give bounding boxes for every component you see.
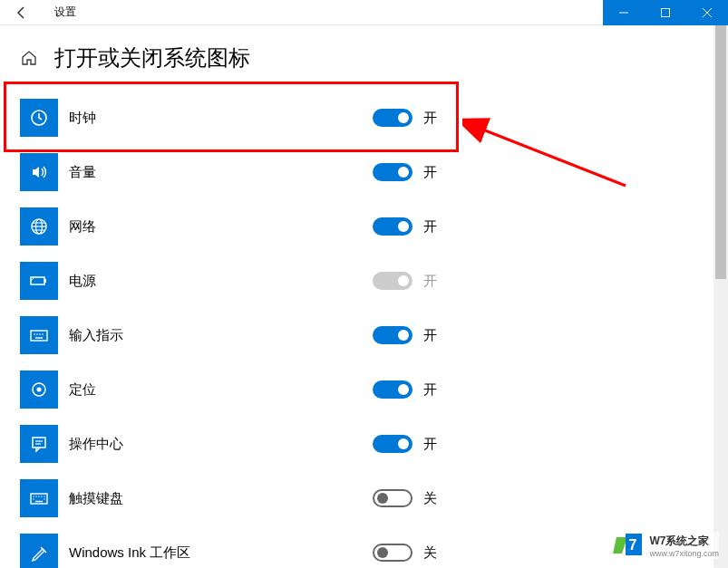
toggle-state-label-network: 开 <box>423 218 437 236</box>
svg-point-17 <box>42 333 44 335</box>
svg-point-25 <box>33 496 34 496</box>
toggle-state-label-location: 开 <box>423 381 437 399</box>
svg-point-15 <box>36 333 38 335</box>
svg-point-27 <box>38 496 39 496</box>
chat-icon <box>20 425 58 463</box>
volume-icon <box>20 153 58 191</box>
pen-icon <box>20 534 58 568</box>
arrow-left-icon <box>15 5 29 20</box>
target-icon <box>20 371 58 409</box>
svg-rect-21 <box>33 438 45 448</box>
setting-label-power: 电源 <box>69 273 96 290</box>
setting-label-action-center: 操作中心 <box>69 436 123 453</box>
toggle-action-center[interactable] <box>373 435 413 453</box>
svg-point-31 <box>44 498 44 499</box>
minimize-icon <box>619 8 628 17</box>
toggle-ime[interactable] <box>373 326 413 344</box>
maximize-button[interactable] <box>645 0 686 25</box>
toggle-location[interactable] <box>373 380 413 399</box>
svg-point-29 <box>44 496 44 496</box>
close-button[interactable] <box>686 0 728 25</box>
setting-label-location: 定位 <box>69 381 96 399</box>
clock-icon <box>20 99 58 137</box>
setting-label-volume: 音量 <box>69 164 96 181</box>
setting-row-network: 网络开 <box>20 199 709 254</box>
setting-row-power: 电源开 <box>20 254 709 308</box>
toggle-touch-keyboard[interactable] <box>373 489 413 507</box>
minimize-button[interactable] <box>603 0 645 25</box>
close-icon <box>703 8 712 17</box>
toggle-state-label-clock: 开 <box>423 110 437 127</box>
setting-row-volume: 音量开 <box>20 145 709 199</box>
setting-row-touch-keyboard: 触摸键盘关 <box>20 471 709 525</box>
svg-point-28 <box>41 496 42 496</box>
setting-row-windows-ink: Windows Ink 工作区关 <box>20 525 709 568</box>
toggle-state-label-ime: 开 <box>423 327 437 344</box>
toggle-state-label-windows-ink: 关 <box>423 544 437 562</box>
setting-label-ime: 输入指示 <box>69 327 123 344</box>
svg-point-16 <box>39 333 41 335</box>
svg-point-14 <box>34 333 35 335</box>
toggle-state-label-touch-keyboard: 关 <box>423 490 437 507</box>
window-controls <box>603 0 728 25</box>
toggle-power <box>373 272 413 290</box>
settings-list: 时钟开音量开网络开电源开输入指示开定位开操作中心开触摸键盘关Windows In… <box>0 91 728 568</box>
maximize-icon <box>661 8 670 17</box>
svg-rect-11 <box>44 279 46 283</box>
toggle-windows-ink[interactable] <box>373 544 413 562</box>
setting-row-ime: 输入指示开 <box>20 308 709 362</box>
toggle-state-label-action-center: 开 <box>423 436 437 453</box>
setting-label-touch-keyboard: 触摸键盘 <box>69 490 123 507</box>
toggle-volume[interactable] <box>373 163 413 181</box>
page-header: 打开或关闭系统图标 <box>0 43 728 72</box>
scrollbar[interactable] <box>713 25 728 568</box>
setting-label-clock: 时钟 <box>69 110 96 127</box>
setting-row-action-center: 操作中心开 <box>20 417 709 471</box>
page-title: 打开或关闭系统图标 <box>54 43 250 72</box>
svg-point-20 <box>37 388 42 392</box>
battery-icon <box>20 262 58 300</box>
svg-rect-13 <box>31 331 47 341</box>
svg-point-26 <box>35 496 36 496</box>
toggle-state-label-volume: 开 <box>423 164 437 181</box>
svg-rect-1 <box>662 8 670 16</box>
globe-icon <box>20 207 58 245</box>
scrollbar-thumb[interactable] <box>715 25 726 279</box>
toggle-state-label-power: 开 <box>423 273 437 290</box>
app-title: 设置 <box>54 5 76 20</box>
setting-label-network: 网络 <box>69 218 96 236</box>
keyboard2-icon <box>20 479 58 517</box>
back-button[interactable] <box>0 0 44 25</box>
home-icon[interactable] <box>20 49 38 67</box>
toggle-network[interactable] <box>373 217 413 236</box>
content-area: 打开或关闭系统图标 时钟开音量开网络开电源开输入指示开定位开操作中心开触摸键盘关… <box>0 25 728 568</box>
keyboard-icon <box>20 316 58 354</box>
titlebar: 设置 <box>0 0 728 25</box>
toggle-clock[interactable] <box>373 109 413 127</box>
setting-row-location: 定位开 <box>20 362 709 417</box>
setting-label-windows-ink: Windows Ink 工作区 <box>69 544 190 562</box>
svg-point-30 <box>33 498 34 499</box>
setting-row-clock: 时钟开 <box>20 91 709 145</box>
